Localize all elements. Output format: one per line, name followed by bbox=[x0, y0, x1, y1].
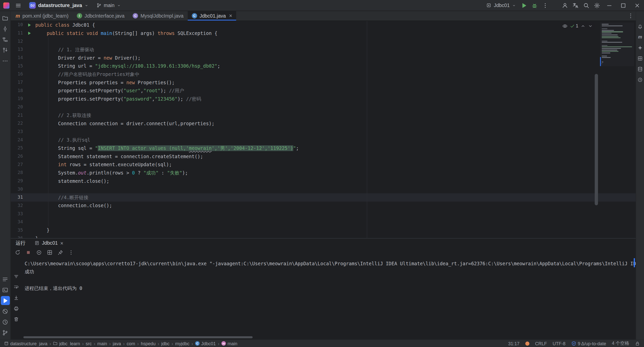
layout-button[interactable] bbox=[45, 248, 54, 257]
code-line[interactable]: 35 } bbox=[11, 226, 636, 235]
search-icon[interactable] bbox=[581, 1, 591, 10]
readonly-lock-icon[interactable] bbox=[635, 341, 640, 346]
clear-console-icon[interactable] bbox=[12, 315, 20, 323]
minimize-button[interactable] bbox=[602, 0, 616, 11]
previous-problem-icon[interactable] bbox=[580, 23, 586, 28]
code-line[interactable]: 19 properties.setProperty("password","12… bbox=[11, 95, 636, 103]
notifications-icon[interactable] bbox=[636, 23, 644, 30]
line-number[interactable]: 23 bbox=[11, 128, 23, 136]
minimap[interactable] bbox=[600, 23, 634, 66]
editor-tab[interactable]: IJdbcInterface.java bbox=[73, 11, 129, 21]
breadcrumb-item[interactable]: myjdbc bbox=[175, 341, 189, 346]
code-line[interactable]: 27 int rows = statement.executeUpdate(sq… bbox=[11, 160, 636, 169]
console-output[interactable]: C:\Users\meowrain\scoop\apps\corretto17-… bbox=[21, 257, 636, 340]
code-editor[interactable]: 10public class Jdbc01 {11 public static … bbox=[11, 21, 636, 238]
code-line[interactable]: 29 statement.close(); bbox=[11, 177, 636, 185]
scroll-to-end-icon[interactable] bbox=[12, 293, 20, 302]
print-icon[interactable] bbox=[12, 304, 20, 313]
maximize-button[interactable] bbox=[616, 0, 630, 11]
problems-icon[interactable] bbox=[1, 307, 10, 316]
tab-close-icon[interactable]: × bbox=[229, 13, 232, 19]
code-line[interactable]: 32 connection.close(); bbox=[11, 202, 636, 210]
breadcrumb-item[interactable]: jdbc_learn bbox=[53, 341, 80, 346]
line-number[interactable]: 18 bbox=[11, 86, 23, 95]
run-button[interactable] bbox=[518, 1, 529, 10]
breadcrumb-item[interactable]: src bbox=[86, 341, 92, 346]
code-line[interactable]: 11 public static void main(String[] args… bbox=[11, 29, 636, 37]
code-line[interactable]: 34 bbox=[11, 218, 636, 226]
breadcrumb-item[interactable]: hspedu bbox=[141, 341, 156, 346]
line-number[interactable]: 32 bbox=[11, 202, 23, 210]
code-line[interactable]: 13 // 1. 注册驱动 bbox=[11, 46, 636, 54]
branch-widget[interactable]: main bbox=[94, 1, 123, 10]
code-line[interactable]: 23 bbox=[11, 128, 636, 136]
more-options-icon[interactable] bbox=[66, 248, 75, 257]
line-number[interactable]: 15 bbox=[11, 62, 23, 70]
code-line[interactable]: 21 // 2.获取连接 bbox=[11, 111, 636, 119]
plugins-icon[interactable] bbox=[636, 76, 644, 83]
line-number[interactable]: 24 bbox=[11, 136, 23, 144]
line-number[interactable]: 28 bbox=[11, 169, 23, 177]
line-number[interactable]: 29 bbox=[11, 177, 23, 185]
soft-wrap-icon[interactable] bbox=[12, 283, 20, 291]
filter-icon[interactable] bbox=[12, 272, 20, 280]
pin-button[interactable] bbox=[56, 248, 65, 257]
line-number[interactable]: 20 bbox=[11, 103, 23, 111]
line-number[interactable]: 22 bbox=[11, 119, 23, 128]
code-line[interactable]: 30 bbox=[11, 185, 636, 193]
line-number[interactable]: 12 bbox=[11, 37, 23, 46]
more-actions-icon[interactable] bbox=[540, 1, 550, 10]
line-number[interactable]: 25 bbox=[11, 144, 23, 152]
code-line[interactable]: 26 Statement statement = connection.crea… bbox=[11, 152, 636, 161]
run-gutter-icon[interactable] bbox=[23, 31, 35, 35]
breadcrumb-item[interactable]: CJdbc01 bbox=[195, 341, 216, 346]
inspection-status[interactable]: 1 bbox=[570, 22, 578, 30]
highlighting-level-icon[interactable] bbox=[562, 23, 568, 28]
line-number[interactable]: 10 bbox=[11, 21, 23, 29]
run-icon[interactable] bbox=[1, 296, 10, 305]
line-number[interactable]: 17 bbox=[11, 78, 23, 87]
todo-icon[interactable] bbox=[1, 275, 10, 284]
build-icon[interactable] bbox=[636, 55, 644, 62]
close-tab-icon[interactable]: × bbox=[60, 240, 63, 246]
line-number[interactable]: 36 bbox=[11, 234, 23, 238]
line-number[interactable]: 35 bbox=[11, 226, 23, 235]
editor-tab[interactable]: CJdbc01.java× bbox=[188, 11, 236, 21]
main-menu-icon[interactable] bbox=[13, 1, 23, 10]
line-number[interactable]: 26 bbox=[11, 152, 23, 161]
version-control-icon[interactable] bbox=[1, 328, 10, 337]
code-line[interactable]: 16 //用户名密码放在Properties对象中 bbox=[11, 70, 636, 78]
indent-info[interactable]: 4 个空格 bbox=[612, 340, 629, 346]
line-number[interactable]: 19 bbox=[11, 95, 23, 103]
code-line[interactable]: 25 String sql = "INSERT INTO actor value… bbox=[11, 144, 636, 152]
line-number[interactable]: 27 bbox=[11, 160, 23, 169]
editor-scrollbar[interactable] bbox=[595, 74, 598, 205]
tab-options-icon[interactable] bbox=[625, 11, 636, 21]
breadcrumb-item[interactable]: jdbc bbox=[161, 341, 170, 346]
more-tool-windows-icon[interactable] bbox=[1, 56, 10, 65]
run-gutter-icon[interactable] bbox=[23, 23, 35, 27]
ai-assistant-icon[interactable] bbox=[636, 44, 644, 51]
run-config-widget[interactable]: Jdbc01 bbox=[484, 1, 518, 10]
file-encoding[interactable]: UTF-8 bbox=[553, 341, 566, 346]
plugin-status-icon[interactable] bbox=[525, 341, 529, 345]
close-button[interactable] bbox=[630, 0, 644, 11]
translate-icon[interactable] bbox=[570, 1, 581, 10]
database-icon[interactable] bbox=[636, 65, 644, 73]
line-number[interactable]: 11 bbox=[11, 29, 23, 37]
line-number[interactable]: 31 bbox=[11, 193, 23, 202]
vcs-widget[interactable]: 9 Δ/up-to-date bbox=[571, 341, 606, 346]
project-icon[interactable] bbox=[1, 14, 10, 23]
line-number[interactable]: 13 bbox=[11, 46, 23, 54]
console-hscrollbar[interactable] bbox=[23, 336, 253, 338]
code-line[interactable]: 20 bbox=[11, 103, 636, 111]
line-number[interactable]: 34 bbox=[11, 218, 23, 226]
commit-icon[interactable] bbox=[1, 24, 10, 33]
account-icon[interactable] bbox=[559, 1, 570, 10]
code-line[interactable]: 12 bbox=[11, 37, 636, 46]
code-line[interactable]: 14 Driver driver = new Driver(); bbox=[11, 54, 636, 62]
next-problem-icon[interactable] bbox=[588, 23, 593, 28]
line-number[interactable]: 30 bbox=[11, 185, 23, 193]
code-line[interactable]: 18 properties.setProperty("user","root")… bbox=[11, 86, 636, 95]
debug-button[interactable] bbox=[529, 1, 540, 10]
